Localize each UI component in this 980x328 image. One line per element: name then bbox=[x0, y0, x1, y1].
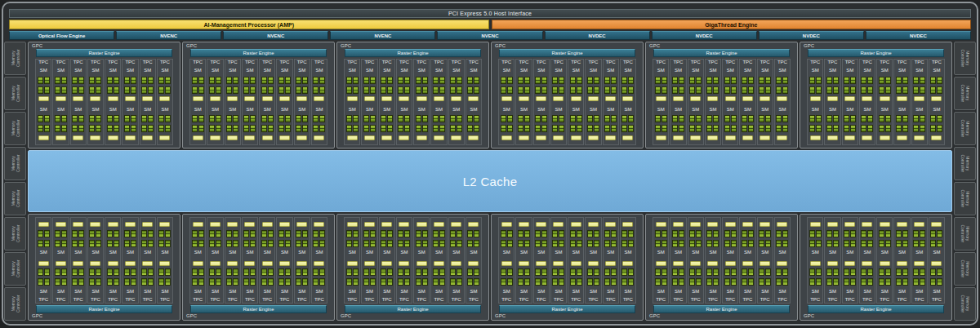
sm-block: SM bbox=[586, 104, 600, 144]
tpc-label: TPC bbox=[297, 297, 307, 303]
sm-cache-bar bbox=[777, 222, 787, 227]
core-grid-row bbox=[124, 115, 136, 122]
core-grid-row bbox=[467, 77, 479, 84]
sm-cache-bar bbox=[501, 96, 512, 101]
sm-cache-bar bbox=[690, 96, 701, 101]
sm-label: SM bbox=[40, 250, 47, 255]
core-grid-row bbox=[141, 86, 154, 94]
tpc-label: TPC bbox=[399, 297, 409, 303]
core-block bbox=[604, 86, 610, 94]
core-block bbox=[226, 86, 232, 94]
sm-block: SM bbox=[207, 65, 222, 104]
memory-controller-column-left: MemoryControllerMemoryControllerMemoryCo… bbox=[4, 42, 26, 321]
core-grid-row bbox=[89, 278, 101, 286]
core-block bbox=[826, 115, 832, 122]
sm-cache-bar bbox=[262, 96, 273, 101]
core-block bbox=[507, 115, 513, 122]
tpc-block: TPCSMSM bbox=[620, 217, 636, 304]
core-grid-row bbox=[724, 86, 737, 94]
sm-block: SM bbox=[843, 219, 858, 259]
sm-block: SM bbox=[894, 219, 909, 259]
core-block bbox=[404, 86, 410, 94]
core-block bbox=[387, 125, 393, 132]
core-block bbox=[689, 230, 695, 237]
sm-block: SM bbox=[758, 65, 773, 104]
gpc-block: GPCRaster EngineTPCSMSMTPCSMSMTPCSMSMTPC… bbox=[491, 42, 644, 148]
sm-cache-bar bbox=[760, 96, 770, 101]
core-block bbox=[141, 86, 147, 94]
core-block bbox=[302, 268, 308, 276]
core-grid-row bbox=[844, 240, 856, 247]
tpc-row: TPCSMSMTPCSMSMTPCSMSMTPCSMSMTPCSMSMTPCSM… bbox=[189, 217, 327, 304]
sm-label: SM bbox=[264, 250, 271, 255]
core-block bbox=[96, 115, 101, 122]
gpc-block: GPCRaster EngineTPCSMSMTPCSMSMTPCSMSMTPC… bbox=[182, 42, 335, 148]
core-block bbox=[689, 115, 695, 122]
tpc-label: TPC bbox=[160, 60, 170, 65]
sm-label: SM bbox=[383, 107, 390, 113]
core-block bbox=[72, 86, 78, 94]
core-block bbox=[541, 77, 547, 84]
sm-cache-bar bbox=[108, 96, 118, 101]
core-grid-row bbox=[896, 278, 908, 286]
core-block bbox=[913, 77, 919, 84]
sm-cache-bar bbox=[656, 96, 666, 101]
core-block bbox=[604, 115, 610, 122]
sm-cache-bar bbox=[125, 96, 136, 101]
core-grid-row bbox=[158, 268, 171, 276]
core-block bbox=[158, 268, 164, 276]
core-block bbox=[302, 278, 308, 286]
tpc-block: TPCSMSM bbox=[550, 59, 567, 145]
core-block bbox=[759, 86, 764, 94]
tpc-label: TPC bbox=[279, 297, 289, 303]
core-block bbox=[55, 240, 60, 247]
sm-block: SM bbox=[122, 259, 137, 298]
core-grid-row bbox=[363, 230, 376, 237]
tpc-block: TPCSMSM bbox=[757, 59, 773, 145]
core-block bbox=[192, 230, 198, 237]
core-grid-row bbox=[124, 86, 136, 94]
core-block bbox=[689, 268, 695, 276]
gpc-label: GPC bbox=[648, 43, 795, 49]
core-block bbox=[896, 240, 902, 247]
core-block bbox=[507, 86, 513, 94]
sm-block: SM bbox=[345, 259, 359, 298]
core-block bbox=[879, 278, 884, 286]
sm-block: SM bbox=[295, 219, 310, 259]
core-block bbox=[107, 278, 113, 286]
sm-block: SM bbox=[53, 219, 68, 259]
sm-block: SM bbox=[621, 104, 635, 144]
core-block bbox=[765, 240, 771, 247]
sm-block: SM bbox=[723, 259, 737, 298]
tpc-block: TPCSMSM bbox=[430, 217, 447, 304]
core-grid-row bbox=[261, 86, 274, 94]
core-block bbox=[524, 240, 530, 247]
core-block bbox=[114, 86, 119, 94]
core-grid-row bbox=[398, 240, 410, 247]
core-block bbox=[759, 240, 764, 247]
tpc-label: TPC bbox=[588, 297, 598, 303]
core-block bbox=[748, 278, 754, 286]
core-grid-row bbox=[809, 240, 822, 247]
gigathread-engine-bar: GigaThread Engine bbox=[492, 20, 972, 29]
core-block bbox=[902, 268, 908, 276]
core-block bbox=[416, 115, 421, 122]
core-block bbox=[89, 77, 95, 84]
tpc-block: TPCSMSM bbox=[498, 217, 514, 304]
core-grid-row bbox=[209, 77, 221, 84]
tpc-block: TPCSMSM bbox=[515, 217, 532, 304]
core-block bbox=[141, 115, 147, 122]
raster-engine-bar: Raster Engine bbox=[190, 305, 327, 313]
sm-cache-bar bbox=[73, 261, 83, 266]
sm-label: SM bbox=[57, 289, 65, 295]
core-grid-row bbox=[621, 230, 634, 237]
core-block bbox=[148, 77, 154, 84]
core-grid-row bbox=[930, 77, 942, 84]
sm-block: SM bbox=[397, 259, 412, 298]
core-block bbox=[655, 278, 661, 286]
core-block bbox=[861, 77, 866, 84]
core-block bbox=[198, 77, 204, 84]
sm-label: SM bbox=[91, 289, 99, 295]
core-block bbox=[731, 278, 737, 286]
sm-cache-bar bbox=[142, 96, 153, 101]
